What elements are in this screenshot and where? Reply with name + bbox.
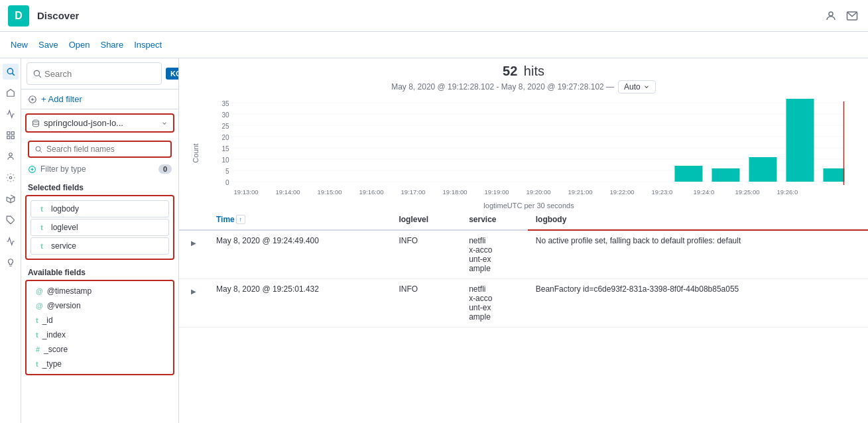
svg-point-24 [36,147,40,151]
app-title: Discover [37,10,79,21]
sidebar-icon-bulb[interactable] [3,255,19,271]
sidebar-icon-person[interactable] [3,149,19,164]
search-input[interactable] [44,69,156,79]
selected-field-service[interactable]: t service [31,237,169,255]
user-icon[interactable] [823,8,839,24]
filter-type-row: Filter by type 0 [21,162,178,176]
field-type-icon-type: t [36,360,38,368]
svg-rect-4 [7,132,9,135]
svg-text:19:17:00: 19:17:00 [401,188,426,196]
nav-new[interactable]: New [11,40,28,50]
expand-cell-1[interactable]: ▶ [179,230,208,279]
auto-dropdown[interactable]: Auto [618,80,656,93]
svg-text:19:26:0: 19:26:0 [777,188,798,196]
col-loglevel[interactable]: loglevel [391,210,461,230]
svg-text:10: 10 [221,156,229,164]
filter-type-button[interactable]: Filter by type [40,164,86,174]
nav-inspect[interactable]: Inspect [134,40,162,50]
field-name-type: _type [42,359,62,369]
svg-rect-6 [7,136,9,139]
col-service[interactable]: service [461,210,528,230]
results-table: Time ↑ loglevel service logbody ▶ [179,210,868,423]
field-search-container [21,137,178,162]
available-field-version[interactable]: @ @version [29,298,170,313]
sidebar-icon-tag[interactable] [3,212,19,228]
sort-asc-icon: ↑ [236,215,245,224]
expand-button-2[interactable]: ▶ [187,284,200,298]
svg-point-0 [829,12,833,16]
available-fields-list: @ @timestamp @ @version t _id t _index # [25,280,174,375]
svg-rect-46 [712,168,740,182]
sidebar-icon-grid[interactable] [3,127,19,143]
svg-point-8 [9,153,12,156]
svg-point-9 [9,176,12,179]
field-type-icon-version: @ [36,302,43,310]
svg-text:19:24:0: 19:24:0 [694,188,715,196]
sidebar-icon-cube[interactable] [3,191,19,207]
filter-icon [28,95,37,104]
nav-save[interactable]: Save [38,40,58,50]
svg-line-3 [12,74,14,76]
nav-share[interactable]: Share [100,40,123,50]
add-filter-button[interactable]: + Add filter [41,94,82,104]
svg-line-25 [40,151,42,152]
sidebar-icon-gear[interactable] [3,170,19,186]
table-row: ▶ May 8, 2020 @ 19:24:49.400 INFO netfli… [179,230,868,279]
available-field-index[interactable]: t _index [29,328,170,342]
available-field-score[interactable]: # _score [29,342,170,357]
top-bar-right [823,8,860,24]
svg-text:19:14:00: 19:14:00 [276,188,300,196]
field-name-index: _index [42,330,66,339]
field-type-icon-score: # [36,345,40,353]
sidebar-icon-chart[interactable] [3,106,19,122]
icon-column [0,58,21,423]
logbody-cell-2: BeanFactory id=c6de93f2-831a-3398-8f0f-4… [528,279,868,328]
sidebar-icon-search[interactable] [3,64,19,80]
main-content: 52 hits May 8, 2020 @ 19:12:28.102 - May… [179,58,868,423]
field-type-icon-id: t [36,316,38,324]
svg-text:19:16:00: 19:16:00 [359,188,384,196]
histogram-chart: 35 30 25 20 15 10 5 0 [206,96,852,202]
kql-badge[interactable]: KQL [166,68,179,80]
top-bar: D Discover [0,0,868,32]
available-field-timestamp[interactable]: @ @timestamp [29,284,170,298]
index-pattern-dropdown[interactable]: springcloud-json-lo... [25,113,174,133]
sidebar-icon-home[interactable] [3,85,19,101]
selected-field-loglevel[interactable]: t loglevel [31,219,169,236]
nav-open[interactable]: Open [69,40,90,50]
field-name-score: _score [44,345,68,354]
field-name-loglevel: loglevel [51,223,78,232]
col-expand [179,210,208,230]
search-bar-row: KQL Last 15 minutes Show dates Refresh [21,58,178,90]
field-type-icon-loglevel: t [36,222,47,233]
sidebar-icon-signal[interactable] [3,233,19,249]
col-logbody[interactable]: logbody [528,210,868,230]
svg-text:15: 15 [221,145,229,152]
database-icon [32,119,40,127]
mail-icon[interactable] [844,8,860,24]
service-cell-1: netflix-account-example [461,230,528,279]
svg-text:19:13:00: 19:13:00 [234,188,259,196]
selected-fields-title: Selected fields [21,179,178,195]
field-type-icon-timestamp: @ [36,287,43,295]
col-time[interactable]: Time ↑ [208,210,391,230]
expand-cell-2[interactable]: ▶ [179,279,208,328]
svg-rect-47 [749,157,777,182]
field-search-input[interactable] [46,145,165,154]
available-field-id[interactable]: t _id [29,313,170,328]
svg-text:19:20:00: 19:20:00 [527,188,551,196]
expand-button-1[interactable]: ▶ [187,236,200,249]
fields-section: Selected fields t logbody t loglevel t s… [21,176,178,423]
available-field-type[interactable]: t _type [29,357,170,371]
svg-text:19:22:00: 19:22:00 [610,188,635,196]
x-axis-label: logtimeUTC per 30 seconds [206,202,852,210]
time-col-label: Time [216,215,235,224]
field-search-icon [34,145,42,153]
svg-rect-7 [11,136,14,139]
hits-date-row: May 8, 2020 @ 19:12:28.102 - May 8, 2020… [190,80,857,93]
nav-bar: New Save Open Share Inspect [0,32,868,58]
service-cell-2: netflix-account-example [461,279,528,328]
field-type-icon-logbody: t [36,204,47,214]
selected-field-logbody[interactable]: t logbody [31,200,169,217]
field-name-version: @version [47,301,81,310]
